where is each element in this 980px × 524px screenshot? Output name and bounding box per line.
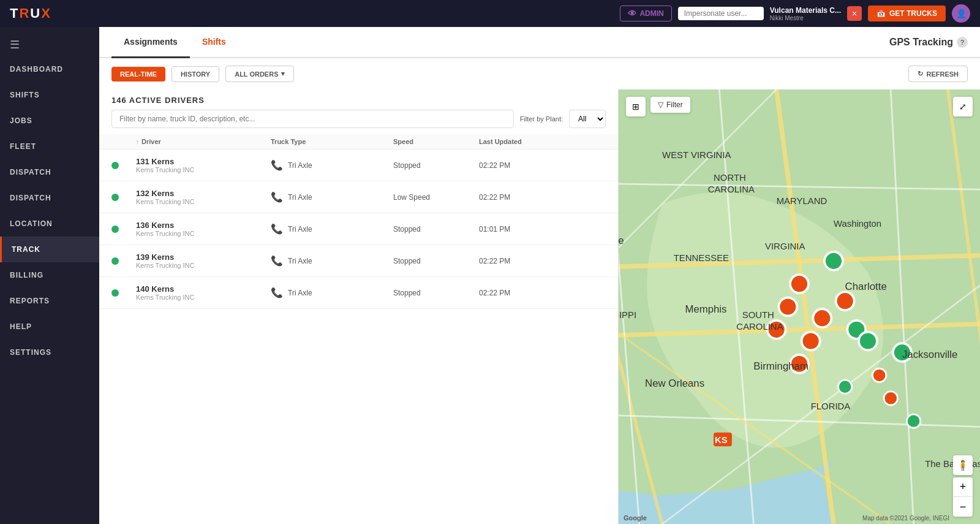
map-filter-button[interactable]: ▽ Filter [650,97,690,113]
driver-rows: 131 Kerns Kerns Trucking INC 📞 Tri Axle … [99,150,618,309]
sidebar-toggle[interactable]: ☰ [0,33,99,56]
map-zoom-out-button[interactable]: − [953,497,973,517]
driver-company: Kerns Trucking INC [136,166,271,173]
svg-text:TENNESSEE: TENNESSEE [674,253,729,263]
company-user: Nikki Mestre [770,15,804,21]
driver-speed: Low Speed [393,193,479,202]
impersonate-input[interactable] [678,7,764,20]
driver-company: Kerns Trucking INC [136,230,271,237]
svg-text:VIRGINIA: VIRGINIA [765,241,805,251]
th-last-updated: Last Updated [479,138,571,145]
table-row[interactable]: 131 Kerns Kerns Trucking INC 📞 Tri Axle … [99,150,618,181]
phone-icon[interactable]: 📞 [271,255,283,267]
th-status [111,138,136,145]
status-indicator [111,226,136,233]
map-container[interactable]: Nashville Memphis Birmingham Charlotte J… [619,89,980,524]
gps-help-icon[interactable]: ? [957,37,968,48]
svg-text:FLORIDA: FLORIDA [811,401,851,411]
phone-cell: 📞 Tri Axle [271,159,393,171]
body-split: 146 ACTIVE DRIVERS Filter by Plant: All … [99,89,980,524]
driver-name: 132 Kerns [136,189,271,198]
svg-text:Jacksonville: Jacksonville [902,349,957,360]
sidebar-item-jobs[interactable]: JOBS [0,108,99,134]
phone-cell: 📞 Tri Axle [271,287,393,298]
gps-tracking-title: GPS Tracking ? [889,37,968,48]
refresh-button[interactable]: ↻ REFRESH [908,66,968,82]
truck-type: Tri Axle [288,193,312,202]
company-info: Vulcan Materials C... Nikki Mestre [770,6,841,21]
all-orders-button[interactable]: ALL ORDERS ▾ [225,66,293,82]
th-speed: Speed [393,138,479,145]
sidebar-item-location[interactable]: LOCATION [0,211,99,237]
table-row[interactable]: 132 Kerns Kerns Trucking INC 📞 Tri Axle … [99,181,618,213]
driver-name: 140 Kerns [136,284,271,294]
phone-cell: 📞 Tri Axle [271,191,393,203]
chevron-down-icon: ▾ [281,70,285,78]
phone-icon[interactable]: 📞 [271,159,283,171]
sidebar-item-dispatch1[interactable]: DISPATCH [0,159,99,185]
tab-assignments[interactable]: Assignments [111,27,190,58]
status-indicator [111,289,136,297]
svg-point-28 [884,392,897,405]
sidebar-item-shifts[interactable]: SHIFTS [0,82,99,108]
realtime-button[interactable]: REAL-TIME [111,67,165,82]
status-indicator [111,162,136,169]
map-fullscreen-button[interactable]: ⤢ [953,97,973,116]
status-indicator [111,194,136,201]
th-truck-type: Truck Type [271,138,393,145]
main-content: Assignments Shifts GPS Tracking ? REAL-T… [99,27,980,524]
driver-company: Kerns Trucking INC [136,262,271,269]
table-row[interactable]: 136 Kerns Kerns Trucking INC 📞 Tri Axle … [99,213,618,245]
user-icon: 👤 [956,9,967,18]
history-button[interactable]: HISTORY [172,66,219,82]
driver-company: Kerns Trucking INC [136,198,271,205]
map-layers-button[interactable]: ⊞ [626,97,646,116]
driver-speed: Stopped [393,257,479,265]
driver-speed: Stopped [393,225,479,234]
phone-icon[interactable]: 📞 [271,223,283,235]
get-trucks-button[interactable]: 📅 GET TRUCKS [868,6,946,21]
sidebar-item-dashboard[interactable]: DASHBOARD [0,56,99,82]
driver-name: 136 Kerns [136,221,271,230]
table-row[interactable]: 139 Kerns Kerns Trucking INC 📞 Tri Axle … [99,245,618,277]
fullscreen-icon: ⤢ [959,102,967,112]
th-driver[interactable]: ↑ Driver [136,138,271,145]
map-zoom-in-button[interactable]: + [953,477,973,497]
svg-text:Nashville: Nashville [619,235,624,246]
map-panel: Nashville Memphis Birmingham Charlotte J… [619,89,980,524]
svg-text:MISSISSIPPI: MISSISSIPPI [619,309,636,320]
driver-info: 139 Kerns Kerns Trucking INC [136,253,271,269]
svg-point-19 [802,332,820,351]
phone-icon[interactable]: 📞 [271,287,283,298]
driver-last-updated: 02:22 PM [479,193,571,202]
sidebar-item-dispatch2[interactable]: DISPATCH [0,185,99,211]
tab-shifts[interactable]: Shifts [190,27,238,58]
phone-cell: 📞 Tri Axle [271,255,393,267]
filter-input[interactable] [111,110,514,128]
table-row[interactable]: 140 Kerns Kerns Trucking INC 📞 Tri Axle … [99,277,618,309]
sidebar-item-help[interactable]: HELP [0,314,99,340]
close-company-button[interactable]: × [847,6,862,21]
svg-text:WEST VIRGINIA: WEST VIRGINIA [662,150,731,160]
driver-table: ↑ Driver Truck Type Speed Last Updated 1… [99,134,618,524]
svg-point-15 [790,275,809,293]
user-avatar-button[interactable]: 👤 [952,4,970,23]
driver-last-updated: 02:22 PM [479,161,571,170]
svg-text:Washington: Washington [834,218,881,229]
svg-point-23 [859,332,877,351]
sidebar-item-settings[interactable]: SETTINGS [0,340,99,365]
phone-icon[interactable]: 📞 [271,191,283,203]
plant-select[interactable]: All [569,110,606,128]
sidebar-item-billing[interactable]: BILLING [0,262,99,288]
driver-info: 140 Kerns Kerns Trucking INC [136,284,271,301]
status-indicator [111,257,136,265]
streetview-icon: 🧍 [957,460,969,471]
layers-icon: ⊞ [632,102,639,112]
truck-type: Tri Axle [288,161,312,170]
driver-info: 132 Kerns Kerns Trucking INC [136,189,271,205]
admin-button[interactable]: 👁 ADMIN [620,6,671,21]
sidebar-item-reports[interactable]: REPORTS [0,288,99,314]
sidebar-item-track[interactable]: TRACK [0,237,99,262]
map-streetview-button[interactable]: 🧍 [953,455,973,475]
sidebar-item-fleet[interactable]: FLEET [0,134,99,159]
